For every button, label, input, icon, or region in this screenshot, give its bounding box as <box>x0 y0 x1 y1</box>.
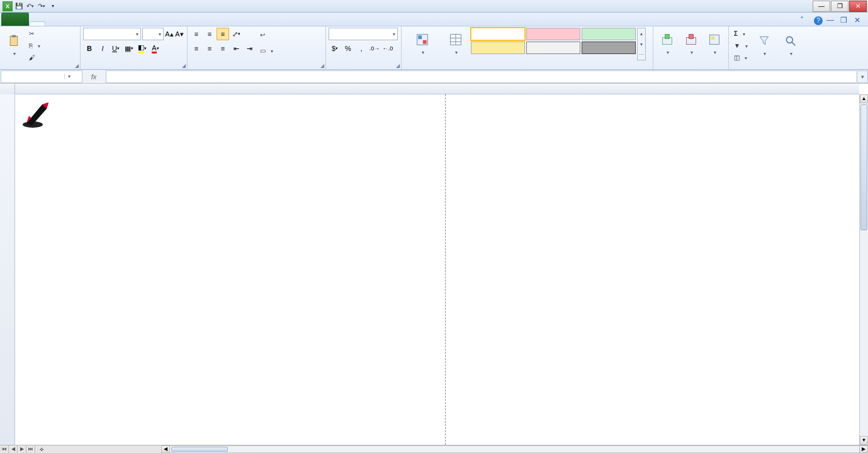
wrap-text-button[interactable]: ↩ <box>257 28 276 42</box>
style-good[interactable] <box>582 28 636 40</box>
style-calculation[interactable] <box>526 42 580 54</box>
copy-icon: ⎘ <box>29 42 33 49</box>
format-as-table-button[interactable] <box>442 28 470 60</box>
tab-home[interactable] <box>29 21 45 26</box>
font-dialog-launcher[interactable]: ◢ <box>182 63 186 69</box>
name-box-dropdown-icon[interactable]: ▾ <box>64 74 73 79</box>
accounting-format-icon[interactable]: $▾ <box>329 42 341 55</box>
minimize-button[interactable]: — <box>813 1 830 12</box>
align-right-icon[interactable]: ≡ <box>217 42 229 55</box>
formula-bar-expand-icon[interactable]: ▾ <box>857 70 868 83</box>
alignment-dialog-launcher[interactable]: ◢ <box>320 63 324 69</box>
decrease-indent-icon[interactable]: ⇤ <box>230 42 242 55</box>
scroll-left-icon[interactable]: ◀ <box>161 445 170 453</box>
autosum-button[interactable]: Σ <box>731 28 750 39</box>
increase-font-icon[interactable]: A▴ <box>165 28 174 40</box>
logo <box>20 99 62 130</box>
fx-icon[interactable]: fx <box>86 73 101 81</box>
tab-insert[interactable] <box>45 21 62 26</box>
name-box[interactable]: ▾ <box>1 70 82 83</box>
column-headers <box>0 84 859 94</box>
font-color-button[interactable]: A▾ <box>149 42 162 55</box>
minimize-ribbon-icon[interactable]: ˄ <box>800 16 810 26</box>
restore-button[interactable]: ❐ <box>831 1 848 12</box>
vertical-scrollbar[interactable]: ▲ ▼ <box>859 94 868 445</box>
decrease-decimal-icon[interactable]: ←.0 <box>381 42 394 55</box>
horizontal-scroll-thumb[interactable] <box>171 447 228 452</box>
cut-button[interactable]: ✂ <box>26 28 43 39</box>
tab-view[interactable] <box>127 21 144 26</box>
vertical-scroll-thumb[interactable] <box>860 104 867 230</box>
doc-close-icon[interactable]: ✕ <box>854 16 864 26</box>
scroll-up-icon[interactable]: ▲ <box>860 94 868 103</box>
formula-input[interactable] <box>106 70 856 83</box>
merge-center-button[interactable]: ▭ <box>257 43 276 57</box>
delete-cells-button[interactable] <box>680 28 702 60</box>
orientation-icon[interactable]: ⤢▾ <box>230 28 242 40</box>
align-bottom-icon[interactable]: ≡ <box>217 28 229 40</box>
tab-data[interactable] <box>94 21 111 26</box>
number-format-combo[interactable]: ▾ <box>329 28 398 40</box>
format-painter-button[interactable]: 🖌 <box>26 52 43 63</box>
scroll-down-icon[interactable]: ▼ <box>860 436 868 445</box>
paste-button[interactable] <box>3 28 25 63</box>
underline-button[interactable]: U▾ <box>110 42 122 55</box>
close-button[interactable]: ✕ <box>849 1 867 12</box>
redo-icon[interactable]: ↷▾ <box>37 1 47 11</box>
sort-filter-button[interactable] <box>752 28 777 63</box>
clipboard-dialog-launcher[interactable]: ◢ <box>75 63 79 69</box>
align-middle-icon[interactable]: ≡ <box>203 28 216 40</box>
fill-button[interactable]: ▼ <box>731 40 750 51</box>
font-name-combo[interactable]: ▾ <box>83 28 141 40</box>
tab-nav-first-icon[interactable]: ⏮ <box>0 445 9 453</box>
conditional-formatting-button[interactable] <box>404 28 441 60</box>
grid[interactable] <box>15 94 859 445</box>
save-icon[interactable]: 💾 <box>14 1 24 11</box>
group-styles: ▴▾⋯ <box>402 26 653 69</box>
tab-nav-next-icon[interactable]: ▶ <box>18 445 26 453</box>
font-size-combo[interactable]: ▾ <box>142 28 164 40</box>
horizontal-scrollbar[interactable]: ◀ ▶ <box>161 445 868 453</box>
qat-customize-icon[interactable]: ▾ <box>48 1 58 11</box>
group-font: ▾ ▾ A▴ A▾ B I U▾ ▦▾ ◧▾ A▾ ◢ <box>81 26 188 69</box>
help-icon[interactable]: ? <box>814 16 823 25</box>
align-top-icon[interactable]: ≡ <box>190 28 203 40</box>
percent-format-icon[interactable]: % <box>342 42 354 55</box>
tab-nav-last-icon[interactable]: ⏭ <box>26 445 35 453</box>
excel-icon[interactable]: X <box>3 1 13 11</box>
doc-restore-icon[interactable]: ❐ <box>840 16 850 26</box>
select-all-corner[interactable] <box>0 84 15 94</box>
style-check-cell[interactable] <box>582 42 636 54</box>
svg-rect-1 <box>12 35 16 36</box>
comma-format-icon[interactable]: , <box>355 42 368 55</box>
insert-cells-button[interactable] <box>656 28 679 60</box>
tab-nav-prev-icon[interactable]: ◀ <box>9 445 18 453</box>
name-box-input[interactable] <box>1 72 64 82</box>
new-sheet-icon[interactable]: ✧ <box>35 446 48 453</box>
border-button[interactable]: ▦▾ <box>123 42 135 55</box>
find-select-button[interactable] <box>778 28 803 63</box>
italic-button[interactable]: I <box>96 42 109 55</box>
scroll-right-icon[interactable]: ▶ <box>859 445 868 453</box>
align-center-icon[interactable]: ≡ <box>203 42 216 55</box>
styles-gallery-scroll[interactable]: ▴▾⋯ <box>637 28 646 60</box>
undo-icon[interactable]: ↶▾ <box>25 1 35 11</box>
tab-formulas[interactable] <box>78 21 94 26</box>
format-cells-button[interactable] <box>703 28 726 60</box>
bold-button[interactable]: B <box>83 42 96 55</box>
align-left-icon[interactable]: ≡ <box>190 42 203 55</box>
clear-button[interactable]: ◫ <box>731 52 750 63</box>
decrease-font-icon[interactable]: A▾ <box>175 28 184 40</box>
increase-decimal-icon[interactable]: .0→ <box>368 42 381 55</box>
doc-minimize-icon[interactable]: — <box>826 16 837 26</box>
number-dialog-launcher[interactable]: ◢ <box>396 63 400 69</box>
style-normal[interactable] <box>471 28 525 40</box>
style-neutral[interactable] <box>471 42 525 54</box>
copy-button[interactable]: ⎘ <box>26 40 43 51</box>
tab-review[interactable] <box>111 21 127 26</box>
increase-indent-icon[interactable]: ⇥ <box>243 42 256 55</box>
tab-page-layout[interactable] <box>62 21 78 26</box>
style-bad[interactable] <box>526 28 580 40</box>
fill-color-button[interactable]: ◧▾ <box>136 42 149 55</box>
file-tab[interactable] <box>1 13 29 26</box>
